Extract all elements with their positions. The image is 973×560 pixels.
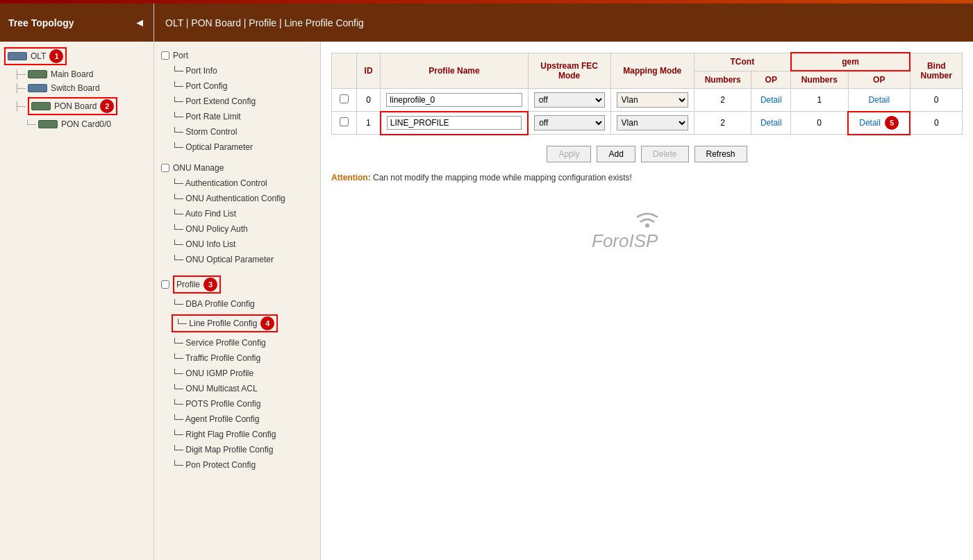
row1-fec-select[interactable]: off on — [534, 115, 604, 130]
action-buttons: Apply Add Delete Refresh — [331, 146, 963, 162]
olt-label: OLT — [31, 51, 46, 61]
sidebar-content: OLT 1 ├─ Main Board ├─ Switch Board — [0, 42, 153, 560]
sidebar-header: Tree Topology ◄ — [0, 3, 153, 42]
row0-gem-detail-link[interactable]: Detail — [868, 95, 890, 105]
row0-fec-mode: off on — [528, 89, 610, 112]
content-area: OLT | PON Board | Profile | Line Profile… — [154, 3, 973, 560]
row0-mapping-mode: Vlan Port GemPort — [610, 89, 694, 112]
main-board-icon — [28, 70, 47, 78]
row1-checkbox[interactable] — [340, 117, 349, 126]
apply-button[interactable]: Apply — [547, 146, 591, 162]
row0-mapping-select[interactable]: Vlan Port GemPort — [617, 92, 688, 108]
tree-item-olt[interactable]: OLT 1 — [0, 45, 153, 67]
profile-checkbox[interactable] — [161, 280, 169, 289]
row1-gem-numbers: 0 — [791, 112, 848, 135]
th-profile-name: Profile Name — [381, 53, 528, 89]
sub-content: Port └─ Port Info └─ Port Config └─ Port… — [154, 42, 973, 560]
row0-tcont-detail-link[interactable]: Detail — [760, 95, 782, 105]
row1-id: 1 — [356, 112, 381, 135]
nav-item-service-profile-config[interactable]: └─ Service Profile Config — [154, 335, 320, 350]
nav-item-onu-policy-auth[interactable]: └─ ONU Policy Auth — [154, 221, 320, 237]
nav-item-onu-igmp-profile[interactable]: └─ ONU IGMP Profile — [154, 366, 320, 381]
tree-item-pon-board[interactable]: ├─ PON Board 2 — [0, 95, 153, 117]
th-id: ID — [356, 53, 381, 89]
row1-mapping-mode: Vlan Port GemPort — [610, 112, 694, 135]
profile-section-label: Profile — [176, 280, 200, 289]
row0-gem-numbers: 1 — [791, 89, 848, 112]
nav-item-port-extend-config[interactable]: └─ Port Extend Config — [154, 94, 320, 109]
row1-mapping-select[interactable]: Vlan Port GemPort — [617, 115, 688, 130]
olt-icon — [8, 52, 27, 60]
row0-fec-select[interactable]: off on — [534, 92, 605, 108]
nav-item-pots-profile-config[interactable]: └─ POTS Profile Config — [154, 396, 320, 411]
nav-item-port-info[interactable]: └─ Port Info — [154, 63, 320, 78]
onu-manage-section-header[interactable]: ONU Manage — [154, 160, 320, 176]
row1-tcont-numbers: 2 — [695, 112, 751, 135]
nav-item-traffic-profile-config[interactable]: └─ Traffic Profile Config — [154, 350, 320, 366]
row1-profile-name-input[interactable] — [387, 116, 522, 130]
th-tcont-op: OP — [751, 71, 791, 89]
sidebar-toggle[interactable]: ◄ — [134, 17, 145, 29]
onu-manage-section-label: ONU Manage — [173, 163, 224, 173]
nav-item-onu-multicast-acl[interactable]: └─ ONU Multicast ACL — [154, 381, 320, 396]
nav-item-storm-control[interactable]: └─ Storm Control — [154, 124, 320, 139]
pon-board-label: PON Board — [54, 101, 97, 111]
nav-item-port-rate-limit[interactable]: └─ Port Rate Limit — [154, 109, 320, 124]
row0-profile-name — [381, 89, 528, 112]
nav-item-agent-profile-config[interactable]: └─ Agent Profile Config — [154, 411, 320, 427]
data-panel: ID Profile Name Upstream FECMode Mapping… — [321, 42, 973, 560]
tree-line-3: ├─ — [14, 101, 26, 111]
refresh-button[interactable]: Refresh — [695, 146, 747, 162]
row1-tcont-detail-link[interactable]: Detail — [760, 118, 782, 128]
row1-gem-badge: 5 — [885, 116, 899, 130]
nav-item-dba-profile-config[interactable]: └─ DBA Profile Config — [154, 296, 320, 312]
watermark: ForoISP — [331, 193, 963, 269]
row0-profile-name-input[interactable] — [386, 93, 522, 107]
onu-manage-checkbox[interactable] — [161, 164, 169, 172]
port-checkbox[interactable] — [161, 51, 169, 60]
breadcrumb-header: OLT | PON Board | Profile | Line Profile… — [154, 3, 973, 42]
nav-item-onu-auth-config[interactable]: └─ ONU Authentication Config — [154, 191, 320, 206]
tree-item-switch-board[interactable]: ├─ Switch Board — [0, 81, 153, 95]
row0-gem-op: Detail — [848, 89, 910, 112]
olt-highlight-box: OLT 1 — [4, 47, 67, 65]
nav-item-onu-info-list[interactable]: └─ ONU Info List — [154, 237, 320, 252]
add-button[interactable]: Add — [597, 146, 635, 162]
nav-item-digit-map-profile-config[interactable]: └─ Digit Map Profile Config — [154, 442, 320, 457]
left-nav: Port └─ Port Info └─ Port Config └─ Port… — [154, 42, 321, 560]
profile-badge: 3 — [203, 278, 217, 291]
port-section-header[interactable]: Port — [154, 48, 320, 63]
row1-profile-name — [381, 112, 528, 135]
nav-item-pon-protect-config[interactable]: └─ Pon Protect Config — [154, 457, 320, 473]
nav-item-auth-control[interactable]: └─ Authentication Control — [154, 176, 320, 191]
row0-bind-number: 0 — [910, 89, 962, 112]
row0-checkbox[interactable] — [340, 94, 349, 103]
th-gem-numbers: Numbers — [791, 71, 848, 89]
row1-fec-mode: off on — [528, 112, 610, 135]
tree-item-pon-card[interactable]: └─ PON Card0/0 — [0, 117, 153, 131]
sidebar-title: Tree Topology — [8, 17, 74, 28]
nav-item-auto-find-list[interactable]: └─ Auto Find List — [154, 206, 320, 221]
profile-section-header[interactable]: Profile 3 — [154, 273, 320, 296]
attention-message: Attention: Can not modify the mapping mo… — [331, 173, 963, 183]
pon-card-label: PON Card0/0 — [61, 119, 111, 129]
nav-section-onu-manage: ONU Manage └─ Authentication Control └─ … — [154, 158, 320, 270]
tree-item-main-board[interactable]: ├─ Main Board — [0, 67, 153, 81]
row1-checkbox-cell — [332, 112, 357, 135]
table-row: 1 off on Vlan — [332, 112, 963, 135]
row0-checkbox-cell — [332, 89, 357, 112]
main-board-label: Main Board — [51, 69, 93, 79]
nav-item-optical-parameter[interactable]: └─ Optical Parameter — [154, 139, 320, 155]
table-row: 0 off on Vlan — [332, 89, 963, 112]
row1-bind-number: 0 — [910, 112, 962, 135]
watermark-svg: ForoISP — [578, 207, 717, 255]
nav-item-onu-optical-param[interactable]: └─ ONU Optical Parameter — [154, 252, 320, 267]
row1-gem-detail-link[interactable]: Detail — [859, 118, 881, 128]
th-checkbox — [332, 53, 357, 89]
line-profile-badge: 4 — [260, 316, 274, 330]
delete-button[interactable]: Delete — [641, 146, 689, 162]
nav-item-line-profile-config[interactable]: └─ Line Profile Config 4 — [172, 314, 278, 332]
th-mapping-mode: Mapping Mode — [610, 53, 694, 89]
nav-item-right-flag-profile-config[interactable]: └─ Right Flag Profile Config — [154, 427, 320, 442]
nav-item-port-config[interactable]: └─ Port Config — [154, 78, 320, 94]
